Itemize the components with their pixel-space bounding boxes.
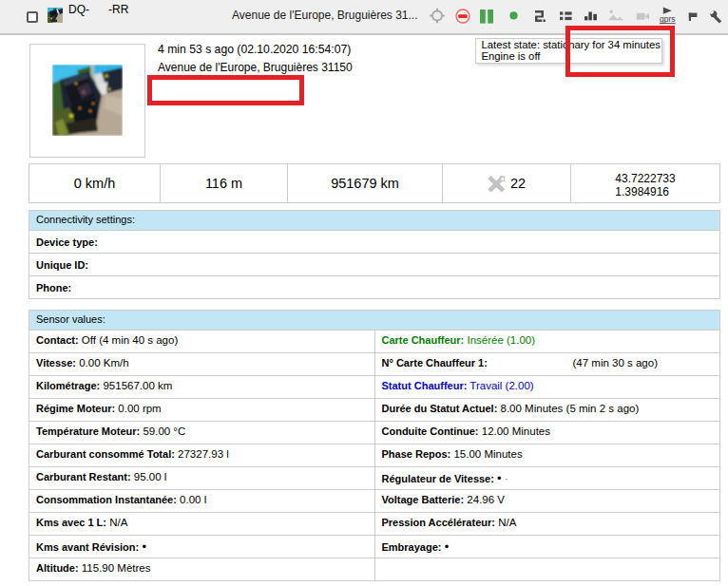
svg-text:gprs: gprs [660,14,676,24]
